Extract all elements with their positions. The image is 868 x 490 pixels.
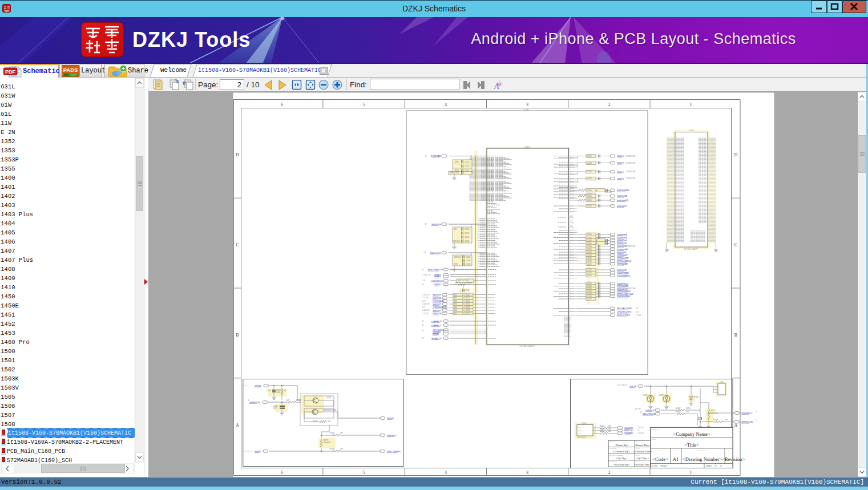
svg-text:2.8: 2.8 [423,252,426,254]
svg-text:C2435: C2435 [466,256,471,258]
svg-text:2.7.2 IN: 2.7.2 IN [637,432,644,435]
svg-text:CODE: CODE [658,450,662,452]
svg-text:C2435: C2435 [587,274,592,277]
svg-text:C2440: C2440 [266,390,271,392]
svg-text:U2400: U2400 [524,146,530,148]
svg-text:R2479: R2479 [711,410,716,412]
svg-text:2.14.7 IN: 2.14.7 IN [422,294,429,296]
svg-text:A: A [734,423,738,428]
svg-text:5: 5 [363,470,365,475]
svg-text:SWG1B: SWG1B [433,297,441,299]
svg-text:SW42: SW42 [255,450,261,453]
svg-text:<QC By>: <QC By> [616,457,627,460]
svg-text:REV: REV [727,450,730,452]
svg-text:R05: R05 [454,297,457,299]
svg-text:GW: GW [578,427,581,428]
svg-text:2.8: 2.8 [422,280,425,282]
svg-text:2.7V27 IN: 2.7V27 IN [422,274,431,276]
svg-text:P273: P273 [466,289,470,291]
svg-text:2.14.7 IN 2.6: 2.14.7 IN 2.6 [617,384,627,386]
svg-text:<Released By>: <Released By> [613,463,630,466]
svg-text:C2435: C2435 [587,199,592,201]
svg-text:GW: GW [328,420,330,423]
svg-text:2.8.7 IN: 2.8.7 IN [635,408,641,410]
svg-text:4R05: 4R05 [455,161,459,163]
svg-text:C2435: C2435 [587,298,592,300]
svg-text:<Company Name>: <Company Name> [673,431,710,437]
svg-text:TWBTAR: TWBTAR [431,155,441,157]
svg-text:R2447: R2447 [676,407,681,410]
svg-text:A1: A1 [673,456,679,462]
svg-text:C2435: C2435 [587,242,592,245]
svg-text:B: B [422,284,423,286]
svg-text:WWGWG2 GWGP: WWGWG2 GWGP [323,409,337,411]
svg-text:J2441: J2441 [720,381,724,383]
svg-text:SWGG2: SWGG2 [387,434,397,437]
svg-text:CWMWWGP: CWMWWGP [433,306,447,309]
svg-text:SWG2: SWG2 [387,417,394,420]
svg-text:4: 4 [445,470,447,475]
svg-text:R2431: R2431 [466,313,470,315]
svg-text:SW2P: SW2P [629,385,637,388]
svg-text:GW.7L: GW.7L [686,407,691,410]
svg-text:GWG1B: GWG1B [433,312,442,315]
svg-text:GP 2V: GP 2V [273,407,277,410]
svg-text:<Release Date>: <Release Date> [634,463,652,466]
svg-text:<Title>: <Title> [684,442,699,448]
svg-text:CONNTOVR: CONNTOVR [625,155,636,157]
svg-text:2.7 IN: 2.7 IN [636,314,641,317]
svg-text:J2400: J2400 [689,129,694,132]
svg-text:QUALITY CONTROL:: QUALITY CONTROL: [609,455,624,456]
svg-text:2: 2 [608,470,611,475]
svg-text:BP-2400-GBA237: BP-2400-GBA237 [684,248,698,250]
svg-text:PADS: PADS [63,67,78,73]
svg-text:DATE:: DATE: [636,448,640,449]
svg-text:W: W [636,307,638,310]
svg-text:1: 1 [690,102,692,107]
svg-text:B: B [236,333,239,338]
svg-text:C2405: C2405 [465,228,470,230]
svg-text:TITLE:: TITLE: [652,439,657,440]
svg-text:1: 1 [690,470,692,475]
svg-text:C2435: C2435 [587,171,592,173]
svg-text:SCALE:: SCALE: [652,465,658,467]
svg-text:COMPANY:: COMPANY: [652,429,660,431]
svg-text:R2431: R2431 [466,303,470,305]
svg-text:2GGGWW2: 2GGGWW2 [617,274,631,277]
svg-text:B: B [248,399,249,402]
svg-text:2.14.7 IN: 2.14.7 IN [422,303,429,305]
svg-text:R05: R05 [454,228,457,230]
svg-text:C2415: C2415 [465,232,470,234]
svg-text:SWWB9: SWWB9 [624,432,633,435]
svg-text:GW: GW [340,448,343,450]
svg-text:2.2: 2.2 [625,199,628,201]
svg-text:C2435: C2435 [587,254,592,256]
svg-text:GWN.2UF02: GWN.2UF02 [450,172,459,174]
svg-text:C440: C440 [276,391,280,394]
svg-text:GW: GW [340,432,343,434]
svg-text:<Checked By>: <Checked By> [613,450,630,453]
svg-text:SWGW2: SWGW2 [617,205,627,208]
svg-text:A: A [236,423,239,428]
svg-text:WGCC2W2: WGCC2W2 [617,314,630,317]
svg-text:W: W [637,430,639,432]
svg-text:2.7.7 IN: 2.7.7 IN [422,313,429,315]
svg-text:B: B [422,324,423,326]
svg-text:C2435: C2435 [465,240,470,242]
svg-text:452: 452 [570,215,573,217]
svg-text:W: W [625,189,627,192]
svg-text:GW: GW [608,428,611,430]
svg-text:<Drawn By>: <Drawn By> [614,444,629,447]
svg-text:B: B [625,274,627,277]
svg-text:DATE:: DATE: [636,441,640,443]
svg-text:PDF: PDF [5,69,16,75]
svg-text:452: 452 [570,225,573,227]
svg-text:SIZE: SIZE [674,450,677,452]
svg-text:2: 2 [608,102,611,107]
svg-text:6: 6 [281,102,283,107]
svg-text:R2441: R2441 [296,399,301,402]
svg-text:C2425: C2425 [465,236,470,238]
svg-text:DRAWN:: DRAWN: [609,441,616,443]
svg-text:R05: R05 [454,313,457,315]
svg-text:R2431: R2431 [466,300,470,302]
